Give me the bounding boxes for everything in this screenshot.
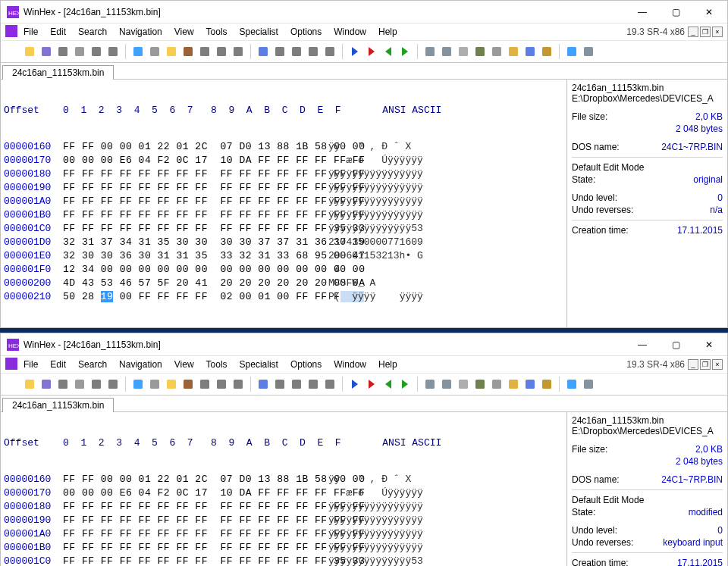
toolbar-ram-button[interactable] bbox=[456, 377, 471, 392]
toolbar-clipboard-button[interactable] bbox=[214, 377, 229, 392]
close-button[interactable]: ✕ bbox=[692, 1, 726, 23]
menu-specialist[interactable]: Specialist bbox=[234, 358, 284, 371]
menu-edit[interactable]: Edit bbox=[44, 358, 72, 371]
ascii[interactable]: 4 bbox=[328, 264, 340, 275]
toolbar-open-button[interactable] bbox=[22, 377, 37, 392]
toolbar-gear-button[interactable] bbox=[539, 44, 554, 59]
ascii[interactable]: ÿÿÿÿÿÿÿÿÿÿÿÿÿÿÿÿ bbox=[328, 195, 423, 207]
toolbar-jump-fwd-button[interactable] bbox=[364, 377, 379, 392]
toolbar-back-button[interactable] bbox=[381, 377, 396, 392]
ascii[interactable]: ÿÿÿÿÿÿÿÿÿÿÿÿÿÿÿÿ bbox=[328, 514, 423, 526]
toolbar-grid-button[interactable] bbox=[564, 44, 579, 59]
hex-row[interactable]: 00000200 4D 43 53 46 57 5F 20 41 20 20 2… bbox=[4, 276, 563, 289]
mdi-restore-button[interactable]: ❐ bbox=[700, 27, 711, 37]
toolbar-zoom-button[interactable] bbox=[489, 377, 504, 392]
toolbar-calc-button[interactable] bbox=[472, 44, 488, 59]
toolbar-disk1-button[interactable] bbox=[422, 377, 438, 392]
toolbar-paste-into-button[interactable] bbox=[197, 44, 212, 59]
hex-row[interactable]: 00000190 FF FF FF FF FF FF FF FF FF FF F… bbox=[4, 180, 563, 194]
minimize-button[interactable]: — bbox=[626, 1, 659, 23]
menu-help[interactable]: Help bbox=[372, 358, 403, 371]
menu-specialist[interactable]: Specialist bbox=[234, 25, 284, 39]
toolbar-analyze-button[interactable] bbox=[522, 44, 538, 59]
menu-search[interactable]: Search bbox=[72, 358, 113, 371]
toolbar-copy-button[interactable] bbox=[164, 44, 179, 59]
toolbar-bits-button[interactable] bbox=[231, 44, 246, 59]
hex-row[interactable]: 00000210 50 28 19 00 FF FF FF FF 02 00 0… bbox=[4, 289, 563, 303]
toolbar-open-button[interactable] bbox=[22, 44, 37, 59]
hex-row[interactable]: 000001E0 32 30 30 36 30 31 31 35 33 32 3… bbox=[4, 249, 563, 262]
toolbar-jump-back-button[interactable] bbox=[347, 377, 362, 392]
toolbar-options-button[interactable] bbox=[506, 44, 521, 59]
close-button[interactable]: ✕ bbox=[692, 333, 726, 356]
hex-bytes[interactable]: FF FF FF FF FF FF FF FF FF FF FF FF FF F… bbox=[63, 223, 328, 234]
hex-bytes[interactable]: 32 31 37 34 31 35 30 30 30 30 37 37 31 3… bbox=[63, 236, 328, 248]
hex-row[interactable]: 000001A0 FF FF FF FF FF FF FF FF FF FF F… bbox=[4, 194, 563, 208]
ascii[interactable]: ÿÿÿÿÿÿÿÿÿÿÿÿÿÿ53 bbox=[328, 555, 423, 567]
hex-row[interactable]: 00000160 FF FF 00 00 01 22 01 2C 07 D0 1… bbox=[4, 139, 563, 153]
toolbar-calc-button[interactable] bbox=[472, 377, 488, 392]
toolbar-props-button[interactable] bbox=[89, 44, 104, 59]
toolbar-cut-button[interactable] bbox=[147, 377, 162, 392]
toolbar-find-button[interactable] bbox=[256, 44, 271, 59]
toolbar-new-button[interactable] bbox=[5, 44, 20, 59]
menu-help[interactable]: Help bbox=[372, 25, 403, 39]
hex-bytes[interactable]: FF FF FF FF FF FF FF FF FF FF FF FF FF F… bbox=[63, 501, 328, 512]
file-tab[interactable]: 24c16an_11153km.bin bbox=[2, 65, 114, 80]
menu-navigation[interactable]: Navigation bbox=[113, 25, 168, 39]
hex-bytes[interactable]: 00 00 00 E6 04 F2 0C 17 10 DA FF FF FF F… bbox=[63, 155, 328, 166]
hex-editor[interactable]: Offset 0 1 2 3 4 5 6 7 8 9 A B C D E F A… bbox=[1, 80, 566, 327]
toolbar-ram-button[interactable] bbox=[456, 44, 471, 59]
hex-row[interactable]: 000001B0 FF FF FF FF FF FF FF FF FF FF F… bbox=[4, 208, 563, 221]
hex-row[interactable]: 00000180 FF FF FF FF FF FF FF FF FF FF F… bbox=[4, 499, 563, 513]
toolbar-disk2-button[interactable] bbox=[439, 377, 454, 392]
ascii[interactable]: ÿÿÿÿÿÿÿÿÿÿÿÿÿÿÿÿ bbox=[328, 168, 423, 180]
toolbar-grid-button[interactable] bbox=[564, 377, 579, 392]
toolbar-find-hex-button[interactable] bbox=[272, 377, 287, 392]
toolbar-fwd-button[interactable] bbox=[397, 44, 413, 59]
hex-bytes[interactable]: FF FF FF FF FF FF FF FF FF FF FF FF FF F… bbox=[63, 195, 328, 207]
toolbar-save-as-button[interactable] bbox=[55, 377, 71, 392]
hex-bytes[interactable]: FF FF 00 00 01 22 01 2C 07 D0 13 88 1B 5… bbox=[63, 474, 328, 485]
toolbar-analyze-button[interactable] bbox=[522, 377, 538, 392]
toolbar-disk1-button[interactable] bbox=[422, 44, 438, 59]
menu-options[interactable]: Options bbox=[284, 25, 328, 39]
ascii[interactable]: P( ÿÿÿÿ ÿÿÿÿ bbox=[328, 291, 423, 302]
minimize-button[interactable]: — bbox=[626, 333, 659, 356]
titlebar[interactable]: HEX WinHex - [24c16an_11153km.bin] — ▢ ✕ bbox=[1, 333, 727, 356]
hex-bytes[interactable]: FF FF FF FF FF FF FF FF FF FF FF FF FF F… bbox=[63, 168, 328, 180]
toolbar-paste-button[interactable] bbox=[180, 377, 196, 392]
toolbar-print-button[interactable] bbox=[72, 377, 87, 392]
ascii[interactable]: 2174150000771609 bbox=[328, 236, 423, 248]
ascii[interactable]: ÿÿ " , Ð ˆ X bbox=[328, 474, 411, 485]
toolbar-find-button[interactable] bbox=[256, 377, 271, 392]
menu-navigation[interactable]: Navigation bbox=[113, 358, 168, 371]
toolbar-zoom-button[interactable] bbox=[489, 44, 504, 59]
hex-row[interactable]: 00000180 FF FF FF FF FF FF FF FF FF FF F… bbox=[4, 167, 563, 180]
toolbar-copy-sector-button[interactable] bbox=[105, 377, 121, 392]
mdi-close-button[interactable]: × bbox=[712, 27, 723, 37]
menu-view[interactable]: View bbox=[168, 358, 200, 371]
toolbar-settings-button[interactable] bbox=[581, 377, 596, 392]
ascii[interactable]: 200601153213h• G bbox=[328, 250, 423, 261]
ascii[interactable]: ÿÿÿÿÿÿÿÿÿÿÿÿÿÿ53 bbox=[328, 223, 423, 234]
toolbar-bits-button[interactable] bbox=[231, 377, 246, 392]
toolbar-undo-button[interactable] bbox=[130, 377, 146, 392]
menu-file[interactable]: File bbox=[17, 358, 44, 371]
hex-bytes[interactable]: 12 34 00 00 00 00 00 00 00 00 00 00 00 0… bbox=[63, 264, 328, 275]
hex-bytes[interactable]: FF FF FF FF FF FF FF FF FF FF FF FF FF F… bbox=[63, 528, 328, 539]
menu-search[interactable]: Search bbox=[72, 25, 113, 39]
toolbar-find-hex-button[interactable] bbox=[272, 44, 287, 59]
mdi-restore-button[interactable]: ❐ bbox=[700, 359, 711, 370]
ascii[interactable]: ÿÿÿÿÿÿÿÿÿÿÿÿÿÿÿÿ bbox=[328, 182, 423, 193]
hex-bytes[interactable]: 4D 43 53 46 57 5F 20 41 20 20 20 20 20 2… bbox=[63, 277, 328, 289]
hex-row[interactable]: 000001C0 FF FF FF FF FF FF FF FF FF FF F… bbox=[4, 221, 563, 235]
toolbar-options-button[interactable] bbox=[506, 377, 521, 392]
toolbar-fwd-button[interactable] bbox=[397, 377, 413, 392]
hex-bytes[interactable]: FF FF FF FF FF FF FF FF FF FF FF FF FF F… bbox=[63, 209, 328, 220]
hex-bytes[interactable]: 32 30 30 36 30 31 31 35 33 32 31 33 68 9… bbox=[63, 250, 328, 261]
hex-row[interactable]: 00000190 FF FF FF FF FF FF FF FF FF FF F… bbox=[4, 513, 563, 527]
toolbar-paste-button[interactable] bbox=[180, 44, 196, 59]
hex-bytes[interactable]: FF FF FF FF FF FF FF FF FF FF FF FF FF F… bbox=[63, 542, 328, 553]
toolbar-print-button[interactable] bbox=[72, 44, 87, 59]
